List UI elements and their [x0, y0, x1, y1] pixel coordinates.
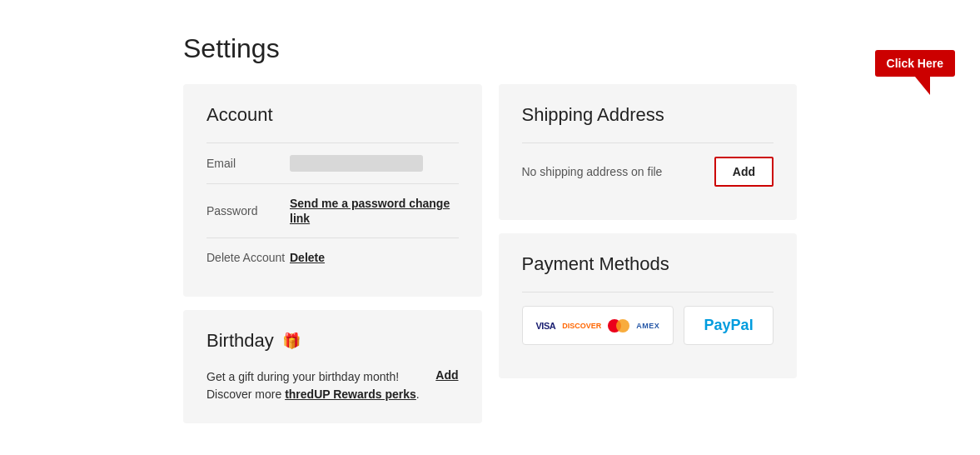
password-label: Password	[206, 204, 290, 218]
click-here-badge: Click Here	[875, 50, 955, 77]
shipping-card-title: Shipping Address	[522, 104, 774, 126]
gift-icon: 🎁	[282, 332, 301, 350]
mastercard-circle-right	[616, 319, 629, 332]
click-here-arrow	[915, 77, 930, 95]
click-here-tooltip: Click Here	[875, 50, 955, 95]
account-card-title: Account	[206, 104, 459, 126]
add-shipping-button[interactable]: Add	[714, 157, 774, 187]
payment-card: Payment Methods VISA DISCOVER AMEX	[499, 233, 798, 378]
account-card: Account Email Password Send me a passwor…	[183, 84, 482, 297]
amex-icon: AMEX	[636, 322, 659, 330]
right-column: Shipping Address No shipping address on …	[499, 84, 798, 378]
birthday-add-link[interactable]: Add	[435, 368, 458, 382]
page-container: Settings Account Email Password Send me	[0, 0, 980, 455]
delete-account-label: Delete Account	[206, 251, 290, 264]
delete-account-link[interactable]: Delete	[290, 251, 325, 264]
email-row: Email	[206, 142, 459, 183]
rewards-link[interactable]: thredUP Rewards perks	[285, 388, 416, 401]
email-value	[290, 155, 459, 172]
page-title: Settings	[183, 33, 797, 64]
shipping-row: No shipping address on file Add	[522, 142, 774, 200]
password-row: Password Send me a password change link	[206, 183, 459, 238]
cards-payment-option[interactable]: VISA DISCOVER AMEX	[522, 306, 674, 345]
payment-card-title: Payment Methods	[522, 253, 774, 275]
main-columns: Account Email Password Send me a passwor…	[183, 84, 797, 423]
birthday-card: Birthday 🎁 Get a gift during your birthd…	[183, 310, 482, 423]
delete-account-row: Delete Account Delete	[206, 238, 459, 277]
birthday-text: Get a gift during your birthday month! D…	[206, 368, 420, 403]
paypal-logo: PayPal	[704, 317, 754, 334]
visa-icon: VISA	[536, 321, 556, 331]
discover-icon: DISCOVER	[562, 322, 601, 330]
email-blur	[290, 155, 423, 172]
left-column: Account Email Password Send me a passwor…	[183, 84, 482, 423]
delete-account-value: Delete	[290, 250, 459, 265]
password-change-link[interactable]: Send me a password change link	[290, 197, 450, 225]
payment-methods-row: VISA DISCOVER AMEX PayPal	[522, 292, 774, 358]
password-value: Send me a password change link	[290, 196, 459, 226]
paypal-payment-option[interactable]: PayPal	[684, 306, 774, 345]
no-shipping-text: No shipping address on file	[522, 165, 663, 178]
birthday-row: Get a gift during your birthday month! D…	[206, 368, 459, 403]
email-label: Email	[206, 157, 290, 170]
birthday-card-title: Birthday 🎁	[206, 330, 459, 352]
shipping-card: Shipping Address No shipping address on …	[499, 84, 798, 220]
mastercard-icon	[608, 318, 629, 333]
